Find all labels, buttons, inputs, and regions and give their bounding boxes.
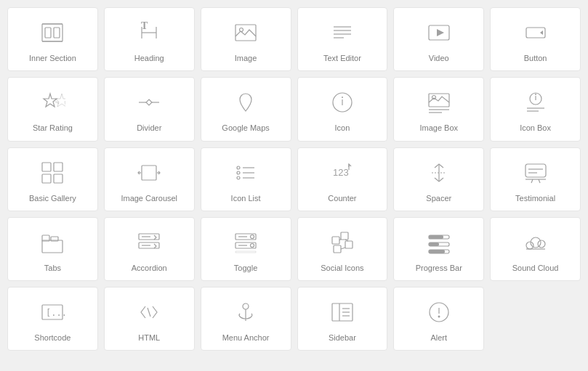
widget-spacer[interactable]: Spacer bbox=[393, 147, 484, 211]
svg-rect-72 bbox=[235, 251, 256, 253]
svg-rect-74 bbox=[341, 232, 348, 240]
heading-label: Heading bbox=[134, 53, 164, 63]
image-icon bbox=[231, 18, 260, 47]
alert-label: Alert bbox=[430, 333, 447, 343]
widget-google-maps[interactable]: Google Maps bbox=[201, 77, 291, 141]
widget-button[interactable]: Button bbox=[490, 7, 581, 71]
widget-image-box[interactable]: Image Box bbox=[393, 77, 484, 141]
widget-basic-gallery[interactable]: Basic Gallery bbox=[7, 147, 98, 211]
svg-rect-85 bbox=[429, 250, 445, 253]
progress-bar-icon bbox=[424, 228, 454, 257]
svg-rect-3 bbox=[45, 28, 51, 38]
tabs-icon bbox=[38, 228, 67, 257]
svg-line-79 bbox=[341, 248, 345, 249]
social-icons-icon bbox=[328, 228, 357, 257]
menu-anchor-icon bbox=[231, 298, 260, 327]
widget-accordion[interactable]: Accordion bbox=[104, 217, 195, 281]
svg-rect-42 bbox=[142, 166, 156, 180]
inner-section-label: Inner Section bbox=[29, 53, 76, 63]
widget-star-rating[interactable]: Star Rating bbox=[7, 77, 98, 141]
widget-video[interactable]: Video bbox=[393, 7, 484, 71]
widget-heading[interactable]: THeading bbox=[104, 7, 195, 71]
toggle-label: Toggle bbox=[234, 263, 257, 273]
widget-icon-box[interactable]: Icon Box bbox=[490, 77, 581, 141]
widget-social-icons[interactable]: Social Icons bbox=[297, 217, 388, 281]
svg-marker-20 bbox=[55, 94, 65, 107]
svg-rect-41 bbox=[54, 174, 63, 183]
testimonial-label: Testimonial bbox=[515, 193, 555, 203]
widget-testimonial[interactable]: Testimonial bbox=[490, 147, 581, 211]
widget-divider[interactable]: Divider bbox=[104, 77, 195, 141]
svg-marker-24 bbox=[146, 99, 152, 105]
svg-rect-55 bbox=[525, 164, 546, 177]
svg-point-28 bbox=[342, 97, 343, 98]
widget-inner-section[interactable]: Inner Section bbox=[7, 7, 98, 71]
html-icon bbox=[134, 298, 164, 327]
star-rating-label: Star Rating bbox=[33, 123, 73, 133]
svg-rect-81 bbox=[429, 235, 443, 239]
widget-progress-bar[interactable]: Progress Bar bbox=[393, 217, 484, 281]
svg-point-93 bbox=[243, 303, 249, 309]
widget-sidebar[interactable]: Sidebar bbox=[297, 287, 388, 351]
svg-rect-38 bbox=[42, 163, 51, 171]
widget-icon-list[interactable]: Icon List bbox=[201, 147, 291, 211]
widget-menu-anchor[interactable]: Menu Anchor bbox=[201, 287, 291, 351]
widget-grid: Inner SectionTHeadingImageText EditorVid… bbox=[0, 0, 588, 358]
widget-image[interactable]: Image bbox=[201, 7, 291, 71]
svg-rect-73 bbox=[332, 237, 339, 244]
sidebar-label: Sidebar bbox=[329, 333, 356, 343]
star-rating-icon bbox=[38, 88, 67, 117]
widget-image-carousel[interactable]: Image Carousel bbox=[104, 147, 195, 211]
inner-section-icon bbox=[38, 18, 67, 47]
shortcode-label: Shortcode bbox=[34, 333, 71, 343]
svg-marker-18 bbox=[540, 30, 543, 35]
svg-point-25 bbox=[243, 97, 248, 102]
svg-text:[...]: [...] bbox=[46, 308, 65, 318]
svg-point-46 bbox=[237, 171, 240, 174]
svg-point-45 bbox=[237, 166, 240, 169]
menu-anchor-label: Menu Anchor bbox=[222, 333, 270, 343]
video-label: Video bbox=[429, 53, 449, 63]
image-label: Image bbox=[235, 53, 257, 63]
svg-rect-4 bbox=[54, 28, 60, 38]
svg-line-92 bbox=[148, 308, 150, 317]
html-label: HTML bbox=[138, 333, 160, 343]
icon-box-icon bbox=[521, 88, 550, 117]
widget-sound-cloud[interactable]: Sound Cloud bbox=[490, 217, 581, 281]
icon-label: Icon bbox=[335, 123, 350, 133]
shortcode-icon: [...] bbox=[38, 298, 67, 327]
basic-gallery-icon bbox=[38, 158, 67, 187]
basic-gallery-label: Basic Gallery bbox=[29, 193, 76, 203]
widget-html[interactable]: HTML bbox=[104, 287, 195, 351]
widget-toggle[interactable]: Toggle bbox=[201, 217, 291, 281]
social-icons-label: Social Icons bbox=[321, 263, 363, 273]
svg-rect-76 bbox=[334, 245, 341, 253]
widget-tabs[interactable]: Tabs bbox=[7, 217, 98, 281]
sound-cloud-icon bbox=[521, 228, 550, 257]
progress-bar-label: Progress Bar bbox=[416, 263, 462, 273]
widget-icon[interactable]: Icon bbox=[297, 77, 388, 141]
svg-marker-21 bbox=[55, 102, 59, 104]
video-icon bbox=[424, 18, 454, 47]
svg-rect-39 bbox=[54, 163, 63, 171]
divider-icon bbox=[134, 88, 164, 117]
svg-point-35 bbox=[535, 94, 536, 95]
widget-alert[interactable]: Alert bbox=[393, 287, 484, 351]
widget-text-editor[interactable]: Text Editor bbox=[297, 7, 388, 71]
google-maps-label: Google Maps bbox=[222, 123, 269, 133]
svg-point-86 bbox=[526, 242, 533, 249]
svg-point-88 bbox=[538, 240, 545, 248]
alert-icon bbox=[424, 298, 454, 327]
toggle-icon bbox=[231, 228, 260, 257]
icon-list-label: Icon List bbox=[231, 193, 261, 203]
counter-icon: 123 bbox=[328, 158, 357, 187]
spacer-label: Spacer bbox=[426, 193, 451, 203]
svg-rect-40 bbox=[42, 174, 51, 183]
svg-point-71 bbox=[251, 243, 254, 247]
widget-counter[interactable]: 123Counter bbox=[297, 147, 388, 211]
svg-point-68 bbox=[251, 235, 254, 238]
counter-label: Counter bbox=[328, 193, 356, 203]
image-box-label: Image Box bbox=[419, 123, 458, 133]
heading-icon: T bbox=[134, 18, 164, 47]
widget-shortcode[interactable]: [...]Shortcode bbox=[7, 287, 98, 351]
